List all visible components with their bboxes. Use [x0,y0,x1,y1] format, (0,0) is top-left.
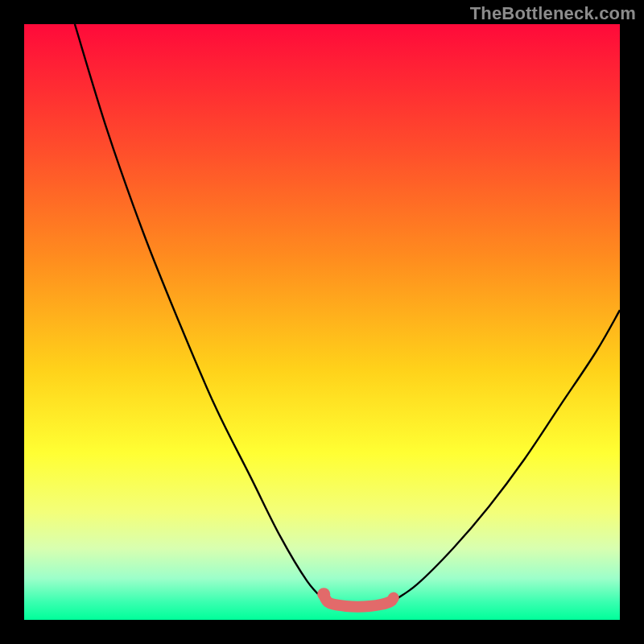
watermark-label: TheBottleneck.com [470,3,636,24]
chart-svg [24,24,620,620]
highlight-dot-icon [317,588,330,601]
plot-area [24,24,620,620]
gradient-background [24,24,620,620]
outer-frame: TheBottleneck.com [0,0,644,644]
